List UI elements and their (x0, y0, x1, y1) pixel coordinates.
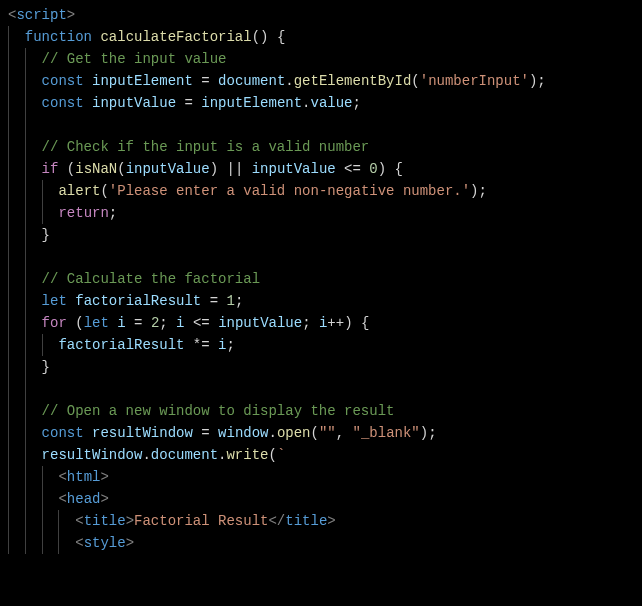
code-line[interactable]: function calculateFactorial() { (8, 26, 642, 48)
token-var: document (151, 447, 218, 463)
code-line[interactable]: for (let i = 2; i <= inputValue; i++) { (8, 312, 642, 334)
token-var: window (218, 425, 268, 441)
token-var: resultWindow (42, 447, 143, 463)
code-content: let factorialResult = 1; (8, 293, 243, 309)
token-tag: </ (268, 513, 285, 529)
code-content: alert('Please enter a valid non-negative… (8, 183, 487, 199)
token-pun: ) { (378, 161, 403, 177)
code-line[interactable]: const inputElement = document.getElement… (8, 70, 642, 92)
code-line[interactable]: alert('Please enter a valid non-negative… (8, 180, 642, 202)
token-tag: < (75, 535, 83, 551)
code-line[interactable]: return; (8, 202, 642, 224)
token-pun: ); (420, 425, 437, 441)
token-tag: > (100, 491, 108, 507)
token-tag: < (58, 491, 66, 507)
token-pun: ( (58, 161, 75, 177)
token-str: "_blank" (353, 425, 420, 441)
code-content: resultWindow.document.write(` (8, 447, 285, 463)
code-line[interactable]: let factorialResult = 1; (8, 290, 642, 312)
token-pun: = (126, 315, 151, 331)
token-tag: > (67, 7, 75, 23)
code-line[interactable]: } (8, 224, 642, 246)
token-pun: ) || (210, 161, 252, 177)
code-line[interactable] (8, 378, 642, 400)
code-editor[interactable]: <script> function calculateFactorial() {… (0, 4, 642, 554)
token-str: "" (319, 425, 336, 441)
code-content: const inputElement = document.getElement… (8, 73, 546, 89)
token-tag: < (75, 513, 83, 529)
code-line[interactable]: <html> (8, 466, 642, 488)
token-pun: ; (159, 315, 176, 331)
code-content: } (8, 359, 50, 375)
code-content: } (8, 227, 50, 243)
token-var: inputValue (252, 161, 336, 177)
code-line[interactable]: // Calculate the factorial (8, 268, 642, 290)
code-line[interactable] (8, 246, 642, 268)
token-pun: = (176, 95, 201, 111)
token-pun: . (285, 73, 293, 89)
token-pun (109, 315, 117, 331)
code-line[interactable]: <script> (8, 4, 642, 26)
token-num: 1 (226, 293, 234, 309)
token-pun: <= (185, 315, 219, 331)
code-line[interactable]: resultWindow.document.write(` (8, 444, 642, 466)
indent-guides (8, 246, 42, 268)
token-ctrl: for (42, 315, 67, 331)
code-line[interactable]: const inputValue = inputElement.value; (8, 92, 642, 114)
code-content: // Get the input value (8, 51, 226, 67)
token-fn: open (277, 425, 311, 441)
token-pun (67, 293, 75, 309)
code-line[interactable] (8, 114, 642, 136)
token-elem: title (84, 513, 126, 529)
token-cmt: // Get the input value (42, 51, 227, 67)
token-pun: , (336, 425, 353, 441)
token-tag: > (327, 513, 335, 529)
token-pun: } (42, 227, 50, 243)
token-elem: title (285, 513, 327, 529)
code-line[interactable]: const resultWindow = window.open("", "_b… (8, 422, 642, 444)
token-fn: alert (58, 183, 100, 199)
token-pun: ( (268, 447, 276, 463)
code-line[interactable]: // Open a new window to display the resu… (8, 400, 642, 422)
token-kw: const (42, 73, 84, 89)
token-pun: ( (67, 315, 84, 331)
code-content: return; (8, 205, 117, 221)
token-tag: > (126, 535, 134, 551)
token-pun: ( (411, 73, 419, 89)
code-content: // Open a new window to display the resu… (8, 403, 394, 419)
token-pun: *= (184, 337, 218, 353)
code-line[interactable]: if (isNaN(inputValue) || inputValue <= 0… (8, 158, 642, 180)
token-elem: head (67, 491, 101, 507)
token-pun: . (302, 95, 310, 111)
token-kw: let (84, 315, 109, 331)
code-content: <html> (8, 469, 109, 485)
token-str: Factorial Result (134, 513, 268, 529)
token-pun: ( (117, 161, 125, 177)
code-line[interactable]: <style> (8, 532, 642, 554)
code-content: <style> (8, 535, 134, 551)
token-pun: ; (109, 205, 117, 221)
code-line[interactable]: // Get the input value (8, 48, 642, 70)
token-var: resultWindow (92, 425, 193, 441)
token-var: i (176, 315, 184, 331)
token-kw: function (25, 29, 92, 45)
indent-guides (8, 114, 42, 136)
code-line[interactable]: <head> (8, 488, 642, 510)
token-pun: ( (100, 183, 108, 199)
code-line[interactable]: } (8, 356, 642, 378)
token-pun: = (193, 73, 218, 89)
token-elem: script (16, 7, 66, 23)
token-pun: <= (336, 161, 370, 177)
code-line[interactable]: <title>Factorial Result</title> (8, 510, 642, 532)
token-str: 'Please enter a valid non-negative numbe… (109, 183, 470, 199)
token-var: inputElement (201, 95, 302, 111)
code-content: const inputValue = inputElement.value; (8, 95, 361, 111)
token-pun: . (142, 447, 150, 463)
code-line[interactable]: // Check if the input is a valid number (8, 136, 642, 158)
token-var: inputValue (218, 315, 302, 331)
code-line[interactable]: factorialResult *= i; (8, 334, 642, 356)
token-pun: ++) { (327, 315, 369, 331)
token-elem: style (84, 535, 126, 551)
token-ctrl: if (42, 161, 59, 177)
code-content: for (let i = 2; i <= inputValue; i++) { (8, 315, 369, 331)
